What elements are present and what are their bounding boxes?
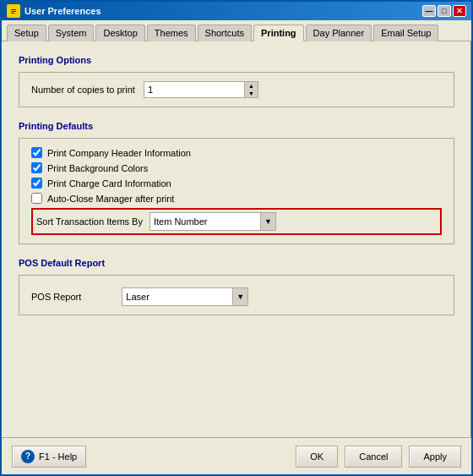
help-icon: ? <box>21 450 35 463</box>
minimize-button[interactable]: — <box>422 5 436 17</box>
ok-button[interactable]: OK <box>296 446 338 468</box>
apply-button[interactable]: Apply <box>409 446 461 468</box>
help-label: F1 - Help <box>39 451 77 462</box>
title-bar: User Preferences — □ ✕ <box>2 2 471 20</box>
checkbox-row-1: Print Background Colors <box>31 162 442 173</box>
tab-bar: Setup System Desktop Themes Shortcuts Pr… <box>2 20 471 41</box>
footer-right: OK Cancel Apply <box>296 446 461 468</box>
spinner-up-button[interactable]: ▲ <box>245 82 258 90</box>
printing-options-box: Number of copies to print ▲ ▼ <box>19 72 454 107</box>
spinner-arrows: ▲ ▼ <box>245 81 258 98</box>
sort-dropdown-arrow[interactable]: ▼ <box>260 213 275 230</box>
tab-system[interactable]: System <box>48 25 95 41</box>
tab-day-planner[interactable]: Day Planner <box>306 25 372 41</box>
window-icon <box>7 4 20 18</box>
tab-setup[interactable]: Setup <box>7 25 46 41</box>
printing-defaults-title: Printing Defaults <box>19 121 454 131</box>
checkbox-charge-card[interactable] <box>31 178 42 189</box>
copies-row: Number of copies to print ▲ ▼ <box>31 81 442 98</box>
title-bar-left: User Preferences <box>7 4 101 18</box>
tab-shortcuts[interactable]: Shortcuts <box>198 25 252 41</box>
tab-printing[interactable]: Printing <box>253 25 304 41</box>
cancel-button[interactable]: Cancel <box>345 446 402 468</box>
pos-report-dropdown-wrapper[interactable]: Laser Thermal PDF ▼ <box>122 287 248 306</box>
pos-default-title: POS Default Report <box>19 258 454 268</box>
svg-rect-3 <box>11 13 14 14</box>
main-window: User Preferences — □ ✕ Setup System Desk… <box>0 0 473 476</box>
help-button[interactable]: ? F1 - Help <box>12 446 86 468</box>
printing-options-title: Printing Options <box>19 55 454 65</box>
sort-dropdown[interactable]: Item Number Description Amount <box>150 213 260 230</box>
printing-options-section: Printing Options Number of copies to pri… <box>19 55 454 107</box>
pos-report-label: POS Report <box>31 292 81 302</box>
checkbox-row-3: Auto-Close Manager after print <box>31 193 442 204</box>
svg-rect-2 <box>11 11 16 12</box>
printing-defaults-section: Printing Defaults Print Company Header I… <box>19 121 454 244</box>
window-title: User Preferences <box>24 6 101 16</box>
sort-transaction-row: Sort Transaction Items By Item Number De… <box>31 208 442 235</box>
checkbox-background-colors[interactable] <box>31 162 42 173</box>
sort-label: Sort Transaction Items By <box>36 216 143 227</box>
checkbox-label-1: Print Background Colors <box>47 163 148 173</box>
maximize-button[interactable]: □ <box>438 5 451 17</box>
tab-email-setup[interactable]: Email Setup <box>373 25 438 41</box>
copies-input[interactable] <box>144 81 245 98</box>
checkbox-row-0: Print Company Header Information <box>31 147 442 158</box>
checkbox-label-3: Auto-Close Manager after print <box>47 194 174 204</box>
checkbox-label-2: Print Charge Card Information <box>47 178 171 189</box>
copies-label: Number of copies to print <box>31 85 135 95</box>
close-button[interactable]: ✕ <box>453 5 466 17</box>
tab-themes[interactable]: Themes <box>147 25 196 41</box>
footer: ? F1 - Help OK Cancel Apply <box>2 437 471 474</box>
spinner-down-button[interactable]: ▼ <box>245 90 258 97</box>
checkbox-label-0: Print Company Header Information <box>47 148 191 158</box>
sort-dropdown-wrapper[interactable]: Item Number Description Amount ▼ <box>150 212 276 231</box>
copies-spinner[interactable]: ▲ ▼ <box>144 81 258 98</box>
content-area: Printing Options Number of copies to pri… <box>2 41 471 437</box>
checkbox-auto-close[interactable] <box>31 193 42 204</box>
checkbox-company-header[interactable] <box>31 147 42 158</box>
printing-defaults-box: Print Company Header Information Print B… <box>19 138 454 244</box>
svg-rect-1 <box>11 9 16 10</box>
tab-desktop[interactable]: Desktop <box>95 25 144 41</box>
pos-report-row: POS Report Laser Thermal PDF ▼ <box>31 287 442 306</box>
pos-report-dropdown[interactable]: Laser Thermal PDF <box>122 288 232 305</box>
checkbox-row-2: Print Charge Card Information <box>31 178 442 189</box>
title-buttons: — □ ✕ <box>422 5 466 17</box>
pos-default-box: POS Report Laser Thermal PDF ▼ <box>19 275 454 315</box>
footer-left: ? F1 - Help <box>12 446 86 468</box>
pos-default-section: POS Default Report POS Report Laser Ther… <box>19 258 454 315</box>
pos-report-dropdown-arrow[interactable]: ▼ <box>232 288 247 305</box>
